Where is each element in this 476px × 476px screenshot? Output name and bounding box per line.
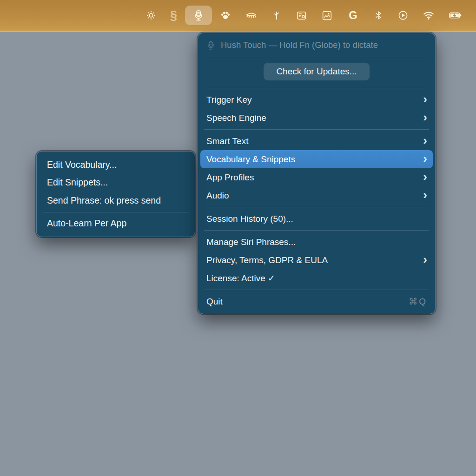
menu-item-label: Trigger Key [206,95,252,105]
menu-item-label: Speech Engine [206,113,266,123]
menu-divider [204,290,429,290]
g-logo-icon[interactable]: G [340,7,366,25]
menu-item-license-status[interactable]: License: Active ✓ [200,269,433,287]
menu-item-label: Vocabulary & Snippets [206,154,295,165]
menu-divider [204,57,429,57]
menu-divider [204,88,429,88]
menu-header: Hush Touch — Hold Fn (Globe) to dictate [198,36,435,54]
quit-shortcut: ⌘Q [409,296,427,307]
menu-item-label: Smart Text [206,136,248,146]
menu-item-label: Privacy, Terms, GDPR & EULA [206,255,328,265]
paw-icon[interactable] [213,7,238,24]
menu-item-session-history[interactable]: Session History (50)... [200,210,433,228]
menu-item-edit-snippets[interactable]: Edit Snippets... [39,174,192,192]
svg-text:G: G [349,9,357,21]
chevron-right-icon: › [423,172,427,182]
menu-item-label: Audio [206,191,229,201]
menu-item-audio[interactable]: Audio › [200,186,433,205]
menu-item-send-phrase[interactable]: Send Phrase: ok press send [39,192,192,210]
chevron-right-icon: › [423,190,427,200]
menu-item-label: Session History (50)... [206,214,293,224]
menu-item-label: License: Active ✓ [206,273,275,284]
vocabulary-snippets-submenu: Edit Vocabulary... Edit Snippets... Send… [36,151,195,237]
menu-item-speech-engine[interactable]: Speech Engine › [200,109,433,127]
menu-divider [204,129,429,130]
notes-card-icon[interactable] [289,7,314,24]
menu-item-smart-text[interactable]: Smart Text › [200,132,433,150]
wifi-icon[interactable] [416,7,442,24]
menu-item-privacy-terms[interactable]: Privacy, Terms, GDPR & EULA › [200,251,433,269]
chevron-right-icon: › [423,112,427,122]
menu-item-manage-siri-phrases[interactable]: Manage Siri Phrases... [200,233,433,251]
brightness-icon[interactable] [139,7,163,23]
menu-item-label: Send Phrase: ok press send [47,195,161,206]
menu-item-label: Edit Snippets... [47,177,108,188]
sleepy-eye-icon[interactable] [238,7,264,25]
menu-item-label: Quit [206,297,223,307]
sprout-icon[interactable] [264,7,289,23]
squiggle-s-icon[interactable]: § [163,7,184,25]
menu-item-trigger-key[interactable]: Trigger Key › [200,91,433,109]
menu-divider [204,207,429,207]
chevron-right-icon: › [423,255,427,264]
update-row: Check for Updates... [198,60,435,86]
play-circle-icon[interactable] [390,7,416,24]
menu-item-label: App Profiles [206,172,254,183]
squiggle-glyph: § [170,9,177,22]
menu-item-label: Auto-Learn Per App [47,218,126,229]
chevron-right-icon: › [423,136,427,145]
menu-item-vocabulary-snippets[interactable]: Vocabulary & Snippets › [200,150,433,168]
menu-item-auto-learn-per-app[interactable]: Auto-Learn Per App [39,215,192,233]
menu-item-label: Edit Vocabulary... [47,159,117,170]
menu-item-quit[interactable]: Quit ⌘Q [200,292,433,311]
image-card-icon[interactable] [314,7,340,24]
menu-divider [43,212,189,212]
microphone-icon[interactable] [185,6,212,25]
chevron-right-icon: › [423,94,427,104]
check-for-updates-button[interactable]: Check for Updates... [264,63,369,80]
bluetooth-icon[interactable] [366,7,390,23]
hush-touch-menu: Hush Touch — Hold Fn (Globe) to dictate … [198,33,436,314]
chevron-right-icon: › [423,154,427,164]
microphone-icon [206,40,216,50]
menu-header-title: Hush Touch — Hold Fn (Globe) to dictate [221,40,378,50]
menu-item-edit-vocabulary[interactable]: Edit Vocabulary... [39,156,192,174]
battery-charging-icon[interactable] [442,7,469,24]
menu-item-app-profiles[interactable]: App Profiles › [200,168,433,186]
menu-bar: § [0,0,476,32]
menu-divider [204,230,429,231]
menu-item-label: Manage Siri Phrases... [206,237,296,247]
